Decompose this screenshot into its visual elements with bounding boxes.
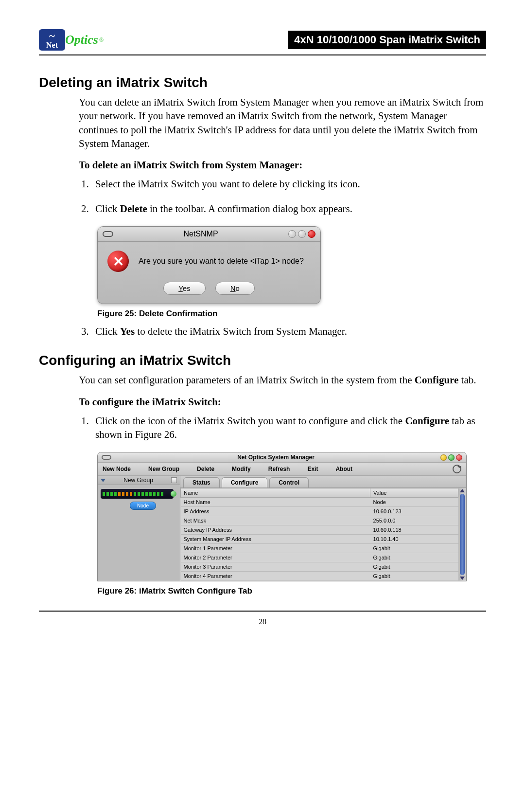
table-row: System Manager IP Address10.10.1.40: [181, 535, 458, 544]
tab-configure[interactable]: Configure: [222, 477, 268, 487]
table-row: Net Mask255.0.0.0: [181, 516, 458, 525]
dialog-body: ✕ Are you sure you want to delete <iTap …: [98, 242, 320, 275]
menu-delete[interactable]: Delete: [197, 466, 214, 472]
minimize-icon[interactable]: [440, 454, 447, 461]
steps-deleting: Select the iMatrix Switch you want to de…: [91, 177, 486, 216]
vertical-scrollbar[interactable]: [458, 488, 466, 581]
tab-control[interactable]: Control: [269, 477, 309, 487]
top-rule: [39, 54, 486, 55]
logo-registered: ®: [99, 36, 104, 44]
tab-status[interactable]: Status: [183, 477, 220, 487]
dialog-titlebar: NetSNMP: [98, 227, 320, 242]
heading-deleting: Deleting an iMatrix Switch: [39, 75, 486, 90]
sm-main-panel: Status Configure Control Name Value Host…: [180, 476, 466, 581]
col-name-header[interactable]: Name: [181, 488, 370, 498]
sm-title-text: Net Optics System Manager: [237, 454, 315, 461]
scroll-up-icon[interactable]: [460, 489, 465, 492]
cfg-step-1: Click on the icon of the iMatrix Switch …: [91, 414, 486, 442]
yes-button[interactable]: Yes: [163, 282, 205, 295]
table-row: IP Address10.60.0.123: [181, 507, 458, 516]
menu-about[interactable]: About: [335, 466, 352, 472]
logo: ~ Net Optics®: [39, 29, 104, 51]
logo-optics-text: Optics: [65, 33, 98, 47]
dialog-footer: Yes No: [98, 275, 320, 304]
sm-tree-panel: New Group Node: [98, 476, 180, 581]
tree-group-label[interactable]: New Group: [105, 477, 171, 484]
sm-body: New Group Node Status Configure Control: [98, 476, 466, 581]
logo-mark: ~ Net: [39, 29, 65, 51]
table-row: Monitor 2 ParameterGigabit: [181, 553, 458, 562]
sm-tree-header: New Group: [98, 476, 180, 485]
scroll-track[interactable]: [460, 494, 465, 575]
sm-table-wrap: Name Value Host NameNode IP Address10.60…: [180, 488, 466, 581]
configure-table: Name Value Host NameNode IP Address10.60…: [180, 488, 458, 581]
col-value-header[interactable]: Value: [370, 488, 458, 498]
figure-25-caption: Figure 25: Delete Confirmation: [97, 309, 486, 319]
dialog-message: Are you sure you want to delete <iTap 1>…: [139, 257, 304, 266]
tilde-icon: ~: [49, 31, 54, 41]
maximize-icon[interactable]: [448, 454, 455, 461]
dialog-window-buttons: [288, 230, 315, 238]
refresh-icon[interactable]: [453, 465, 461, 473]
sm-window-buttons: [440, 454, 462, 461]
minimize-icon[interactable]: [288, 230, 296, 238]
intro-deleting: You can delete an iMatrix Switch from Sy…: [79, 95, 486, 150]
close-icon[interactable]: [456, 454, 462, 461]
close-icon[interactable]: [308, 230, 315, 238]
page-number: 28: [39, 617, 486, 626]
sm-tree-body: Node: [98, 485, 180, 514]
scroll-down-icon[interactable]: [460, 577, 465, 580]
del-step-1: Select the iMatrix Switch you want to de…: [91, 177, 486, 191]
imatrix-device-icon[interactable]: [101, 489, 174, 499]
proc-head-configuring: To configure the iMatrix Switch:: [79, 396, 486, 408]
status-online-icon: [171, 491, 176, 497]
table-row: Gateway IP Address10.60.0.118: [181, 525, 458, 535]
sm-toolbar-items: New Node New Group Delete Modify Refresh…: [103, 466, 352, 472]
table-row: Monitor 1 ParameterGigabit: [181, 544, 458, 553]
table-row: Host NameNode: [181, 498, 458, 507]
menu-exit[interactable]: Exit: [307, 466, 318, 472]
menu-new-group[interactable]: New Group: [148, 466, 179, 472]
error-x-icon: ✕: [107, 251, 129, 272]
no-button[interactable]: No: [215, 282, 255, 295]
sm-titlebar: Net Optics System Manager: [98, 452, 466, 463]
heading-configuring: Configuring an iMatrix Switch: [39, 353, 486, 368]
sm-toolbar: New Node New Group Delete Modify Refresh…: [98, 463, 466, 476]
bottom-rule: [39, 611, 486, 612]
node-label[interactable]: Node: [130, 502, 156, 510]
steps-configuring: Click on the icon of the iMatrix Switch …: [91, 414, 486, 442]
steps-deleting-cont: Click Yes to delete the iMatrix Switch f…: [91, 325, 486, 338]
logo-net-text: Net: [46, 41, 58, 49]
sm-handle-icon: [102, 455, 111, 460]
table-row: Monitor 4 ParameterGigabit: [181, 572, 458, 581]
page-header: ~ Net Optics® 4xN 10/100/1000 Span iMatr…: [39, 29, 486, 51]
title-bar: 4xN 10/100/1000 Span iMatrix Switch: [288, 31, 486, 49]
sm-tabs: Status Configure Control: [180, 476, 466, 488]
menu-modify[interactable]: Modify: [232, 466, 251, 472]
chevron-down-icon[interactable]: [101, 479, 105, 482]
menu-new-node[interactable]: New Node: [103, 466, 131, 472]
dialog-handle-icon: [103, 231, 113, 237]
menu-refresh[interactable]: Refresh: [268, 466, 290, 472]
delete-confirmation-dialog: NetSNMP ✕ Are you sure you want to delet…: [97, 226, 321, 304]
dialog-title-text: NetSNMP: [183, 230, 218, 238]
intro-configuring: You can set configuration parameters of …: [79, 373, 486, 387]
maximize-icon[interactable]: [298, 230, 306, 238]
del-step-2: Click Delete in the toolbar. A confirmat…: [91, 202, 486, 216]
proc-head-deleting: To delete an iMatrix Switch from System …: [79, 159, 486, 171]
figure-26-caption: Figure 26: iMatrix Switch Configure Tab: [97, 586, 486, 596]
table-row: Monitor 3 ParameterGigabit: [181, 562, 458, 572]
del-step-3: Click Yes to delete the iMatrix Switch f…: [91, 325, 486, 338]
tree-toggle-icon[interactable]: [171, 477, 177, 483]
system-manager-window: Net Optics System Manager New Node New G…: [97, 452, 467, 581]
